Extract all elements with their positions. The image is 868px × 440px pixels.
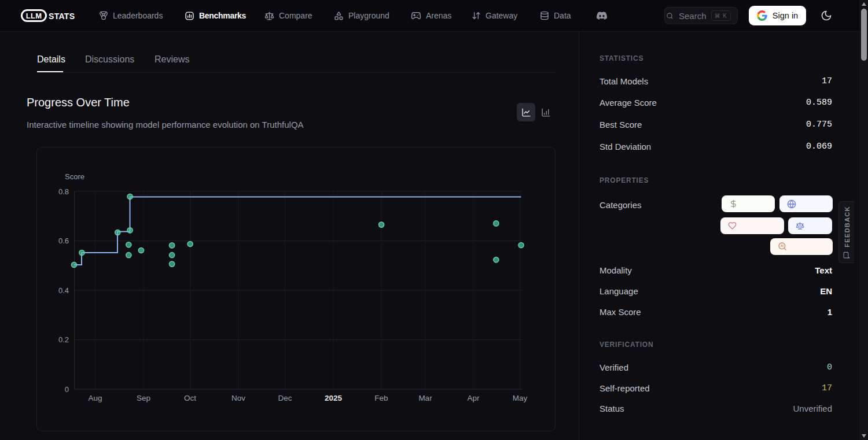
svg-text:Sep: Sep <box>137 394 150 402</box>
svg-text:Mar: Mar <box>418 394 432 402</box>
svg-text:Aug: Aug <box>88 394 102 402</box>
svg-text:May: May <box>513 394 528 402</box>
svg-text:0.8: 0.8 <box>58 187 69 196</box>
svg-text:0.2: 0.2 <box>58 335 69 344</box>
svg-text:AI: AI <box>781 244 784 247</box>
svg-text:Oct: Oct <box>184 394 196 402</box>
svg-text:Score: Score <box>65 172 84 181</box>
svg-text:0: 0 <box>65 385 69 394</box>
svg-text:2025: 2025 <box>325 394 343 402</box>
svg-text:Apr: Apr <box>467 394 480 402</box>
svg-text:Nov: Nov <box>231 394 245 402</box>
svg-text:Feb: Feb <box>374 394 388 402</box>
svg-text:Dec: Dec <box>278 394 292 402</box>
svg-text:0.4: 0.4 <box>58 286 69 295</box>
svg-text:0.6: 0.6 <box>58 236 69 245</box>
